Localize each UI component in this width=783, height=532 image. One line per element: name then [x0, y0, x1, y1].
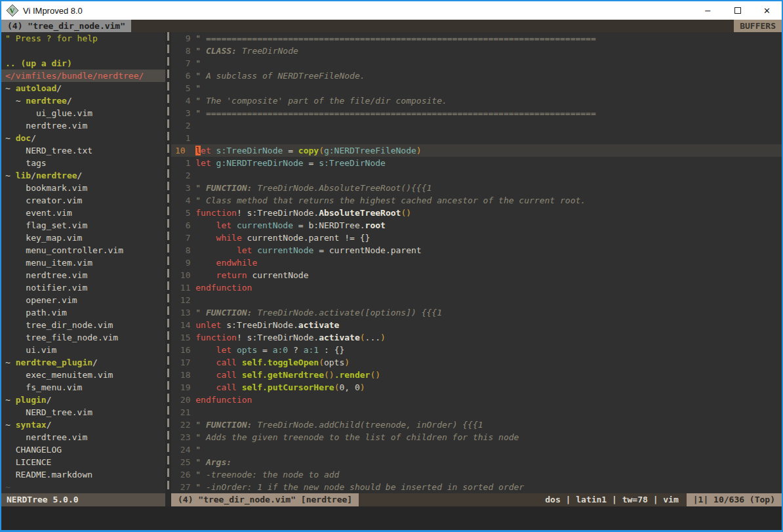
- tree-node[interactable]: bookmark.vim: [1, 182, 165, 194]
- text-token: [195, 233, 216, 243]
- tree-node[interactable]: " Press ? for help: [1, 32, 165, 45]
- code-line[interactable]: 20endfunction: [171, 394, 782, 406]
- code-line[interactable]: 19 call self.putCursorHere(0, 0): [171, 381, 782, 394]
- maximize-button[interactable]: [723, 1, 752, 20]
- tree-node[interactable]: ~ syntax/: [1, 419, 165, 431]
- code-line[interactable]: 9 endwhile: [171, 256, 782, 269]
- code-line[interactable]: 10 return currentNode: [171, 269, 782, 281]
- tree-node[interactable]: creator.vim: [1, 194, 165, 207]
- text-token: TreeDirNode.AbsoluteTreeRoot(){{{1: [252, 183, 432, 193]
- tree-node[interactable]: key_map.vim: [1, 232, 165, 244]
- tree-node[interactable]: nerdtree.vim: [1, 431, 165, 443]
- code-line[interactable]: 10let s:TreeDirNode = copy(g:NERDTreeFil…: [171, 144, 782, 157]
- tree-node[interactable]: ~ plugin/: [1, 394, 165, 406]
- tab-active[interactable]: (4) "tree_dir_node.vim": [1, 20, 131, 32]
- code-line[interactable]: 11endfunction: [171, 281, 782, 294]
- tree-node[interactable]: menu_controller.vim: [1, 244, 165, 256]
- tree-node[interactable]: exec_menuitem.vim: [1, 369, 165, 381]
- tree-node[interactable]: opener.vim: [1, 294, 165, 306]
- code-line[interactable]: 3" FUNCTION: TreeDirNode.AbsoluteTreeRoo…: [171, 182, 782, 194]
- tabbar: (4) "tree_dir_node.vim" BUFFERS: [1, 20, 782, 32]
- tree-node[interactable]: nerdtree.vim: [1, 119, 165, 132]
- line-number: 4: [175, 194, 190, 207]
- tree-node[interactable]: ~ autoload/: [1, 82, 165, 94]
- text-token: opts: [324, 358, 344, 367]
- tree-node[interactable]: LICENCE: [1, 456, 165, 468]
- code-line[interactable]: 2: [171, 119, 782, 132]
- tree-node[interactable]: nerdtree.vim: [1, 269, 165, 281]
- code-line[interactable]: 17 call self.toggleOpen(opts): [171, 356, 782, 369]
- line-number: 3: [175, 107, 190, 119]
- code-line[interactable]: 7": [171, 57, 782, 70]
- tree-node[interactable]: README.markdown: [1, 468, 165, 481]
- code-line[interactable]: 9" =====================================…: [171, 32, 782, 45]
- code-line[interactable]: 1: [171, 132, 782, 144]
- code-line[interactable]: 15function! s:TreeDirNode.activate(...): [171, 331, 782, 344]
- code-line[interactable]: 8" CLASS: TreeDirNode: [171, 45, 782, 57]
- line-number: 5: [175, 207, 190, 219]
- vim-logo-icon: V: [7, 5, 18, 16]
- code-line[interactable]: 1let g:NERDTreeDirNode = s:TreeDirNode: [171, 157, 782, 169]
- close-button[interactable]: ✕: [752, 1, 782, 20]
- text-token: let: [195, 158, 211, 168]
- tree-node[interactable]: flag_set.vim: [1, 219, 165, 232]
- code-line[interactable]: 21: [171, 406, 782, 419]
- tree-node[interactable]: ~: [1, 481, 165, 493]
- window-split-separator[interactable]: [165, 32, 171, 493]
- tree-node[interactable]: event.vim: [1, 207, 165, 219]
- code-line[interactable]: 27" -inOrder: 1 if the new node should b…: [171, 481, 782, 493]
- tree-node[interactable]: NERD_tree.txt: [1, 144, 165, 157]
- line-number: 26: [175, 468, 190, 481]
- text-token: self.putCursorHere: [242, 382, 334, 392]
- tree-node[interactable]: menu_item.vim: [1, 256, 165, 269]
- code-line[interactable]: 23" Adds the given treenode to the list …: [171, 431, 782, 443]
- code-line[interactable]: 18 call self.getNerdtree().render(): [171, 369, 782, 381]
- text-token: ": [195, 308, 206, 317]
- tree-node[interactable]: notifier.vim: [1, 281, 165, 294]
- tree-node[interactable]: CHANGELOG: [1, 443, 165, 456]
- code-line[interactable]: 3" =====================================…: [171, 107, 782, 119]
- minimize-button[interactable]: −: [693, 1, 723, 20]
- tree-node[interactable]: fs_menu.vim: [1, 381, 165, 394]
- command-line[interactable]: [1, 506, 782, 530]
- tree-node[interactable]: ui.vim: [1, 344, 165, 356]
- code-line[interactable]: 7 while currentNode.parent != {}: [171, 232, 782, 244]
- tree-node[interactable]: ~ nerdtree_plugin/: [1, 356, 165, 369]
- code-line[interactable]: 16 let opts = a:0 ? a:1 : {}: [171, 344, 782, 356]
- text-token: self.toggleOpen: [242, 358, 319, 367]
- code-line[interactable]: 4" The 'composite' part of the file/dir …: [171, 94, 782, 107]
- text-token: =: [304, 158, 319, 168]
- tree-node[interactable]: tags: [1, 157, 165, 169]
- code-line[interactable]: 5": [171, 82, 782, 94]
- code-line[interactable]: 12: [171, 294, 782, 306]
- code-line[interactable]: 4" Class method that returns the highest…: [171, 194, 782, 207]
- text-token: ~: [5, 83, 16, 93]
- tree-node[interactable]: tree_file_node.vim: [1, 331, 165, 344]
- code-line[interactable]: 6 let currentNode = b:NERDTree.root: [171, 219, 782, 232]
- tree-node[interactable]: .. (up a dir): [1, 57, 165, 70]
- code-line[interactable]: 5function! s:TreeDirNode.AbsoluteTreeRoo…: [171, 207, 782, 219]
- code-line[interactable]: 25" Args:: [171, 456, 782, 468]
- code-line[interactable]: 6" A subclass of NERDTreeFileNode.: [171, 70, 782, 82]
- text-token: endwhile: [216, 258, 258, 268]
- text-token: " Press ? for help: [5, 33, 98, 43]
- code-line[interactable]: 26" -treenode: the node to add: [171, 468, 782, 481]
- tree-node[interactable]: path.vim: [1, 306, 165, 319]
- tree-node[interactable]: ui_glue.vim: [1, 107, 165, 119]
- code-line[interactable]: 14unlet s:TreeDirNode.activate: [171, 319, 782, 331]
- code-line[interactable]: 2: [171, 169, 782, 182]
- tree-node[interactable]: tree_dir_node.vim: [1, 319, 165, 331]
- tree-node[interactable]: [1, 45, 165, 57]
- text-token: " -inOrder: 1 if the new node should be …: [195, 482, 524, 492]
- code-line[interactable]: 8 let currentNode = currentNode.parent: [171, 244, 782, 256]
- code-line[interactable]: 22" FUNCTION: TreeDirNode.addChild(treen…: [171, 419, 782, 431]
- tree-node[interactable]: NERD_tree.vim: [1, 406, 165, 419]
- line-number: 6: [175, 219, 190, 232]
- tree-node[interactable]: ~ nerdtree/: [1, 94, 165, 107]
- tree-node[interactable]: </vimfiles/bundle/nerdtree/: [1, 70, 165, 82]
- tree-node[interactable]: ~ doc/: [1, 132, 165, 144]
- tree-node[interactable]: ~ lib/nerdtree/: [1, 169, 165, 182]
- code-line[interactable]: 24": [171, 443, 782, 456]
- code-line[interactable]: 13" FUNCTION: TreeDirNode.activate([opti…: [171, 306, 782, 319]
- line-number: 7: [175, 232, 190, 244]
